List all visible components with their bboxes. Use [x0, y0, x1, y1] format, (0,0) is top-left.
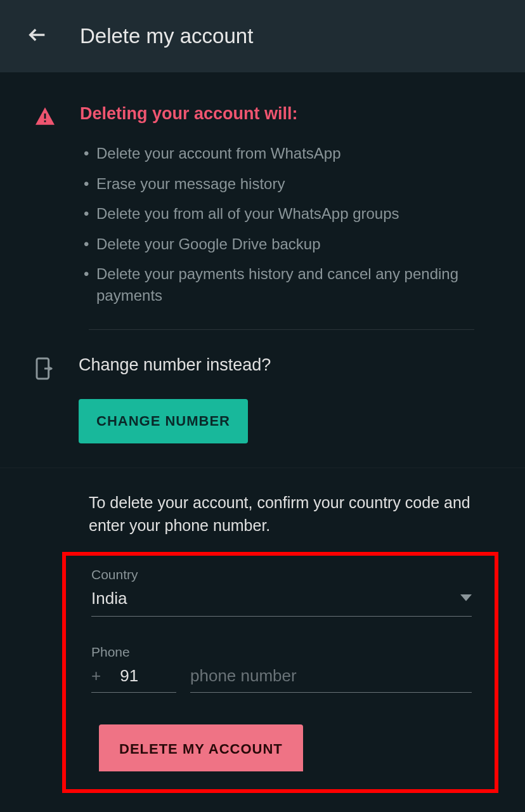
warning-body: Deleting your account will: Delete your … — [80, 104, 495, 315]
svg-rect-2 — [44, 121, 46, 122]
warning-title: Deleting your account will: — [80, 104, 495, 124]
warning-item: Delete you from all of your WhatsApp gro… — [80, 203, 495, 225]
warning-icon — [34, 104, 56, 315]
warning-item: Erase your message history — [80, 173, 495, 195]
phone-label: Phone — [91, 645, 472, 660]
warning-list: Delete your account from WhatsApp Erase … — [80, 143, 495, 306]
phone-row: + — [91, 666, 472, 693]
warning-section: Deleting your account will: Delete your … — [0, 104, 525, 315]
app-header: Delete my account — [0, 0, 525, 72]
instruction-text: To delete your account, confirm your cou… — [0, 468, 525, 549]
country-value: India — [91, 589, 127, 608]
delete-account-button[interactable]: DELETE MY ACCOUNT — [99, 724, 303, 771]
warning-item: Delete your Google Drive backup — [80, 233, 495, 255]
svg-rect-1 — [44, 114, 46, 119]
back-arrow-icon[interactable] — [27, 24, 48, 48]
form-highlight-box: Country India Phone + DELETE MY ACCOUNT — [62, 552, 498, 793]
country-code-wrap: + — [91, 666, 176, 693]
warning-item: Delete your account from WhatsApp — [80, 143, 495, 164]
phone-number-input[interactable] — [190, 666, 472, 693]
country-label: Country — [91, 567, 472, 582]
plus-sign: + — [91, 666, 112, 686]
warning-item: Delete your payments history and cancel … — [80, 263, 495, 306]
page-title: Delete my account — [80, 24, 253, 48]
change-number-section: Change number instead? CHANGE NUMBER — [0, 330, 525, 468]
content-area: Deleting your account will: Delete your … — [0, 72, 525, 793]
change-number-button[interactable]: CHANGE NUMBER — [79, 399, 248, 443]
change-number-prompt: Change number instead? — [79, 355, 271, 375]
change-number-icon — [34, 355, 55, 443]
change-body: Change number instead? CHANGE NUMBER — [79, 355, 271, 443]
country-select[interactable]: India — [91, 589, 472, 617]
country-code-input[interactable] — [112, 666, 150, 686]
chevron-down-icon — [460, 593, 472, 605]
